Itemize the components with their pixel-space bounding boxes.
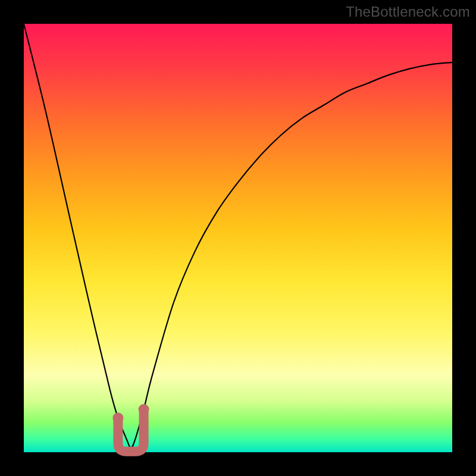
chart-frame: TheBottleneck.com [0,0,476,476]
bottleneck-curve [24,24,452,448]
optimum-dot-left [112,412,123,423]
optimum-dot-right [139,404,149,415]
chart-svg [24,24,452,452]
plot-area [24,24,452,452]
watermark-text: TheBottleneck.com [346,4,470,20]
